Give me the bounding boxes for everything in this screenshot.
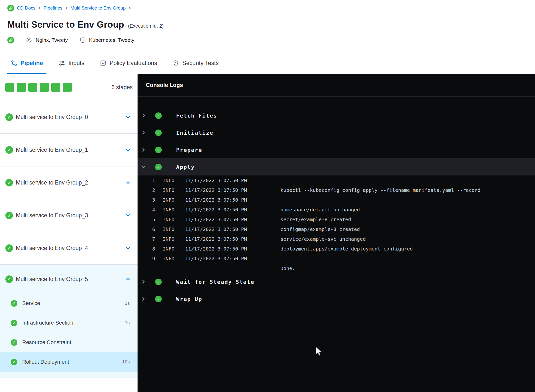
tab-inputs[interactable]: Inputs xyxy=(55,58,88,74)
chevron-down-icon[interactable] xyxy=(125,115,131,120)
log-line: 3INFO11/17/2022 3:07:50 PM xyxy=(138,195,535,205)
stage-list: ✓Multi service to Env Group_0✓Multi serv… xyxy=(0,101,138,378)
log-section-label: Fetch Files xyxy=(176,113,217,119)
stage-row[interactable]: ✓Multi service to Env Group_1 xyxy=(0,134,138,166)
log-line-message: secret/example-8 created xyxy=(280,217,351,222)
stage-progress-square xyxy=(17,83,26,92)
step-row[interactable]: ✓Infrastructure Section1s xyxy=(0,313,138,333)
breadcrumb-link[interactable]: CD Docs xyxy=(17,5,35,11)
tab-policy-evaluations[interactable]: Policy Evaluations xyxy=(96,58,160,74)
step-label: Service xyxy=(22,300,125,306)
log-section-wait-for-steady-state[interactable]: ✓Wait for Steady State xyxy=(138,273,535,290)
log-line-number: 2 xyxy=(138,187,155,193)
log-section-wrap-up[interactable]: ✓Wrap Up xyxy=(138,290,535,307)
log-section-label: Initialize xyxy=(176,130,213,136)
log-success-icon: ✓ xyxy=(155,296,162,302)
stage-row[interactable]: ✓Multi service to Env Group_5 xyxy=(0,265,138,294)
stage-label: Multi service to Env Group_3 xyxy=(16,212,125,219)
step-row[interactable]: ✓Service3s xyxy=(0,294,138,313)
log-line-level: INFO xyxy=(163,177,174,183)
chevron-right-icon[interactable] xyxy=(141,279,146,284)
step-success-icon: ✓ xyxy=(11,320,17,326)
stage-label: Multi service to Env Group_0 xyxy=(16,114,125,120)
meta-row: Nginx, TweetyKubernetes, Tweety xyxy=(7,36,535,44)
meta-item xyxy=(7,37,14,44)
stage-row[interactable]: ✓Multi service to Env Group_0 xyxy=(0,101,138,134)
meta-label: Kubernetes, Tweety xyxy=(89,37,134,43)
stage-progress-square xyxy=(40,83,49,92)
log-line: 1INFO11/17/2022 3:07:50 PM xyxy=(138,175,535,185)
stage-count-label: 6 stages xyxy=(111,84,133,91)
log-success-icon: ✓ xyxy=(155,147,162,153)
page-title: Multi Service to Env Group xyxy=(7,20,124,30)
chevron-down-icon[interactable] xyxy=(125,180,131,185)
inputs-icon xyxy=(59,60,65,66)
step-duration: 3s xyxy=(125,301,130,306)
stage-row[interactable]: ✓Multi service to Env Group_3 xyxy=(0,199,138,232)
chevron-down-icon[interactable] xyxy=(125,246,131,251)
rack-icon xyxy=(80,37,86,43)
stage-row[interactable]: ✓Multi service to Env Group_4 xyxy=(0,232,138,265)
log-section-label: Wrap Up xyxy=(176,296,202,302)
chevron-right-icon[interactable] xyxy=(141,147,146,152)
meta-item: Kubernetes, Tweety xyxy=(80,37,134,43)
chevron-right-icon[interactable] xyxy=(141,113,146,118)
log-line-level: INFO xyxy=(163,187,174,193)
breadcrumb-separator: > xyxy=(128,5,131,11)
log-line: 7INFO11/17/2022 3:07:50 PMservice/exampl… xyxy=(138,234,535,244)
stage-success-icon: ✓ xyxy=(5,146,13,154)
step-duration: 10s xyxy=(122,359,130,365)
chevron-down-icon[interactable] xyxy=(141,164,146,170)
link-icon xyxy=(7,5,14,11)
breadcrumb-link[interactable]: Multi Service to Env Group xyxy=(70,5,126,11)
stage-progress-square xyxy=(28,83,37,92)
step-success-icon: ✓ xyxy=(11,359,17,365)
log-line: 4INFO11/17/2022 3:07:50 PMnamespace/defa… xyxy=(138,205,535,215)
stage-label: Multi service to Env Group_2 xyxy=(16,179,125,186)
step-row[interactable]: ✓Resource Constraint xyxy=(0,333,138,352)
log-section-label: Apply xyxy=(176,164,195,170)
chevron-up-icon[interactable] xyxy=(125,276,131,282)
step-row[interactable]: ✓Rollout Deployment10s xyxy=(0,352,138,372)
log-line-number: 7 xyxy=(138,236,155,242)
log-line-number: 8 xyxy=(138,246,155,252)
log-line-level: INFO xyxy=(163,197,174,203)
stage-success-icon: ✓ xyxy=(5,244,13,252)
log-line-message: service/example-svc unchanged xyxy=(280,236,366,242)
breadcrumb-link[interactable]: Pipelines xyxy=(43,5,62,11)
breadcrumb-separator: > xyxy=(65,5,68,11)
log-section-prepare[interactable]: ✓Prepare xyxy=(138,141,535,158)
log-section-initialize[interactable]: ✓Initialize xyxy=(138,124,535,141)
step-success-icon: ✓ xyxy=(11,339,17,346)
console-body[interactable]: ✓Fetch Files✓Initialize✓Prepare✓Apply1IN… xyxy=(138,97,535,392)
stage-label: Multi service to Env Group_4 xyxy=(16,245,125,251)
step-success-icon: ✓ xyxy=(11,300,17,307)
gear-icon xyxy=(26,37,32,44)
log-line-level: INFO xyxy=(163,207,174,213)
chevron-right-icon[interactable] xyxy=(141,130,146,135)
stage-sidebar: 6 stages ✓Multi service to Env Group_0✓M… xyxy=(0,74,138,392)
log-section-apply[interactable]: ✓Apply xyxy=(138,158,535,175)
tab-label: Policy Evaluations xyxy=(109,60,157,66)
log-section-fetch-files[interactable]: ✓Fetch Files xyxy=(138,107,535,124)
chevron-right-icon[interactable] xyxy=(141,296,146,302)
log-section-label: Wait for Steady State xyxy=(176,279,254,285)
log-line-number: 5 xyxy=(138,217,155,222)
chevron-down-icon[interactable] xyxy=(125,147,131,153)
breadcrumb-separator: > xyxy=(38,5,41,11)
stage-row[interactable]: ✓Multi service to Env Group_2 xyxy=(0,166,138,199)
stage-label: Multi service to Env Group_1 xyxy=(16,147,125,153)
tab-security-tests[interactable]: Security Tests xyxy=(169,58,222,74)
log-line-time: 11/17/2022 3:07:50 PM xyxy=(185,236,248,242)
log-line-level: INFO xyxy=(163,217,174,222)
log-line-time: 11/17/2022 3:07:50 PM xyxy=(185,217,248,222)
link-icon xyxy=(7,37,14,44)
tab-pipeline[interactable]: Pipeline xyxy=(7,58,46,74)
tab-label: Pipeline xyxy=(21,60,43,66)
tab-label: Inputs xyxy=(68,60,84,66)
step-label: Infrastructure Section xyxy=(22,320,125,326)
chevron-down-icon[interactable] xyxy=(125,213,131,218)
step-label: Resource Constraint xyxy=(22,339,130,346)
stage-success-icon: ✓ xyxy=(5,179,13,186)
log-line-time: 11/17/2022 3:07:50 PM xyxy=(185,246,248,252)
